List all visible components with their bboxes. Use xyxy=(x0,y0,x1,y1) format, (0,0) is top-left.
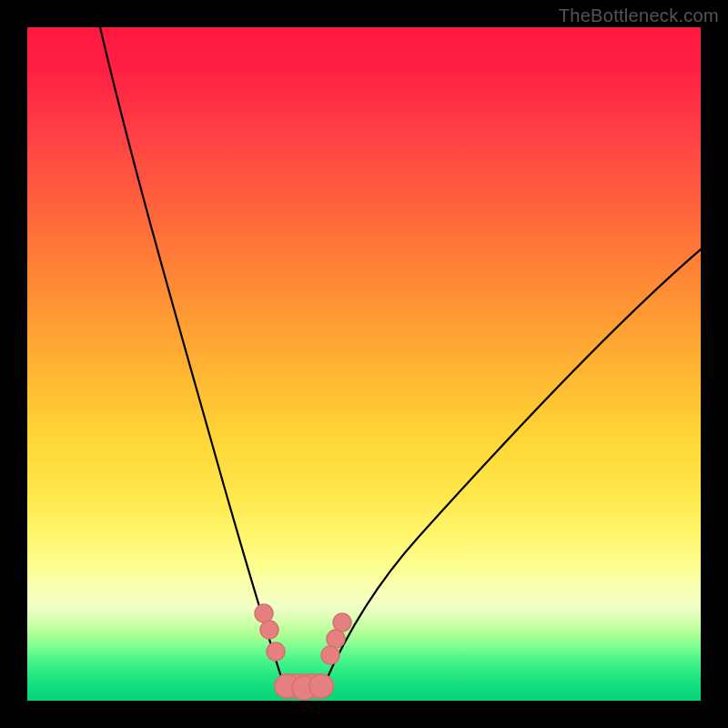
watermark-text: TheBottleneck.com xyxy=(559,5,719,26)
marker-dot xyxy=(333,613,351,632)
marker-dot xyxy=(267,642,285,661)
left-curve xyxy=(100,27,284,685)
plot-area xyxy=(27,27,701,701)
marker-dot xyxy=(260,621,278,639)
marker-dot xyxy=(309,674,333,698)
marker-dot xyxy=(321,646,339,664)
marker-dot xyxy=(327,630,345,648)
chart-svg xyxy=(27,27,701,701)
right-curve xyxy=(324,249,701,685)
outer-frame: TheBottleneck.com xyxy=(0,0,728,728)
marker-dot xyxy=(255,604,273,622)
